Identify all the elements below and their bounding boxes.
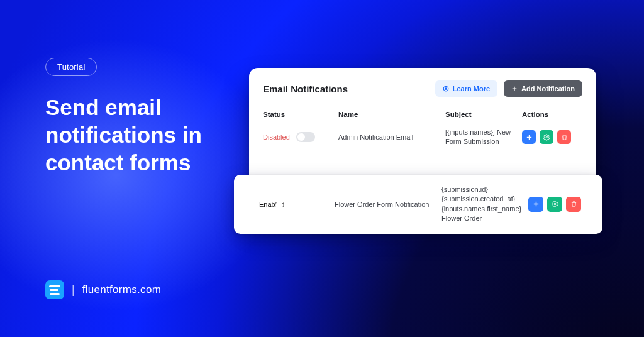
target-icon — [443, 86, 449, 92]
page-headline: Send email notifications in contact form… — [45, 94, 259, 176]
add-notification-label: Add Notification — [521, 85, 575, 92]
plus-icon — [533, 201, 540, 207]
row-subject: [{inputs.names}] New Form Submission — [445, 128, 522, 147]
duplicate-button[interactable] — [522, 130, 536, 144]
plus-icon — [511, 86, 518, 92]
svg-point-3 — [554, 203, 556, 205]
brand-separator: | — [72, 284, 75, 297]
svg-point-1 — [445, 88, 447, 90]
gear-icon — [543, 134, 550, 141]
learn-more-label: Learn More — [453, 85, 490, 92]
table-header: Status Name Subject Actions — [263, 111, 582, 118]
duplicate-button[interactable] — [528, 197, 543, 212]
table-row: Enabled Flower Order Form Notification {… — [234, 175, 602, 234]
delete-button[interactable] — [566, 197, 581, 212]
table-row: Disabled Admin Notification Email [{inpu… — [263, 126, 582, 148]
brand-logo-icon — [45, 280, 64, 299]
brand-block: | fluentforms.com — [45, 280, 161, 299]
col-status: Status — [263, 111, 338, 118]
settings-button[interactable] — [547, 197, 562, 212]
trash-icon — [570, 201, 577, 207]
svg-point-2 — [546, 136, 548, 138]
col-name: Name — [338, 111, 445, 118]
panel-title: Email Notifications — [263, 84, 348, 94]
delete-button[interactable] — [557, 130, 571, 144]
row-subject: {submission.id} {submission.created_at} … — [441, 185, 528, 224]
add-notification-button[interactable]: Add Notification — [504, 80, 582, 97]
learn-more-button[interactable]: Learn More — [435, 80, 497, 97]
settings-button[interactable] — [540, 130, 553, 144]
row-name: Flower Order Form Notification — [335, 201, 441, 208]
email-notifications-panel: Email Notifications Learn More Add Notif… — [249, 68, 596, 215]
col-subject: Subject — [445, 111, 522, 118]
brand-site: fluentforms.com — [82, 284, 161, 296]
category-pill: Tutorial — [45, 58, 97, 76]
gear-icon — [552, 201, 558, 207]
row-name: Admin Notification Email — [338, 133, 445, 141]
status-toggle[interactable] — [296, 132, 315, 142]
status-label: Disabled — [263, 133, 290, 141]
col-actions: Actions — [522, 111, 582, 118]
trash-icon — [561, 134, 568, 141]
plus-icon — [526, 134, 533, 141]
